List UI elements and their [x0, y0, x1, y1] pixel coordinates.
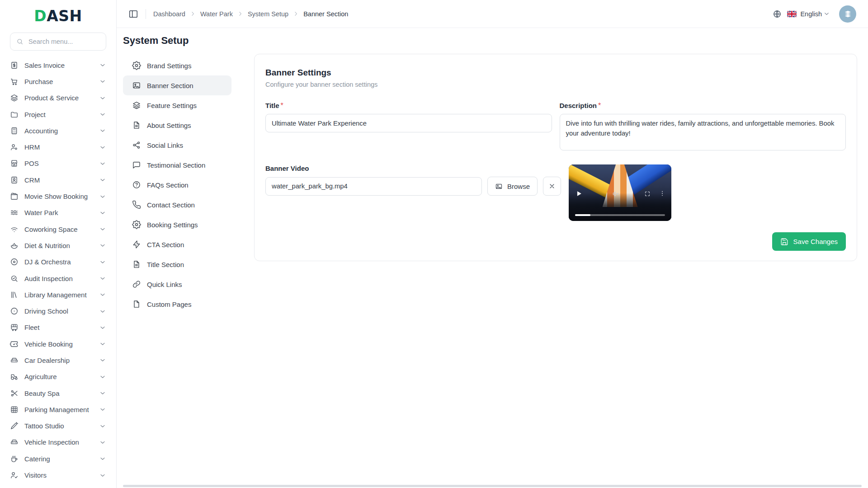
search-input[interactable]	[28, 38, 100, 46]
sidebar-item-vehicle-booking[interactable]: Vehicle Booking	[6, 336, 110, 352]
image-icon	[495, 183, 503, 190]
video-preview[interactable]	[569, 164, 671, 221]
grid-icon	[10, 405, 19, 414]
sidebar-item-purchase[interactable]: Purchase	[6, 73, 110, 89]
browse-button[interactable]: Browse	[487, 177, 538, 196]
panel-subtitle: Configure your banner section settings	[265, 81, 846, 88]
file-text-icon	[132, 260, 141, 269]
sidebar-item-label: Catering	[24, 455, 50, 463]
sidebar-item-parking-management[interactable]: Parking Management	[6, 401, 110, 418]
sidebar-item-sales-invoice[interactable]: Sales Invoice	[6, 57, 110, 73]
users-icon	[10, 143, 19, 151]
subnav-item-label: Contact Section	[147, 201, 195, 209]
subnav-item-label: CTA Section	[147, 241, 184, 249]
chevron-down-icon	[99, 357, 106, 364]
chevron-down-icon	[99, 472, 106, 479]
banner-video-field: Banner Video Browse	[265, 164, 561, 221]
description-textarea[interactable]: Dive into fun with thrilling water rides…	[560, 114, 846, 150]
sidebar-item-media-library[interactable]: Media Library	[6, 483, 110, 488]
subnav-item-cta-section[interactable]: CTA Section	[123, 235, 231, 254]
chevron-right-icon	[292, 10, 299, 17]
breadcrumb-item-system-setup[interactable]: System Setup	[248, 10, 288, 18]
chevron-down-icon	[99, 176, 106, 183]
layers-icon	[132, 101, 141, 110]
sidebar-item-label: HRM	[24, 143, 40, 151]
sidebar-item-vehicle-inspection[interactable]: Vehicle Inspection	[6, 434, 110, 450]
breadcrumb-item-banner-section[interactable]: Banner Section	[303, 10, 348, 18]
globe-icon[interactable]	[773, 9, 782, 19]
sidebar-item-tattoo-studio[interactable]: Tattoo Studio	[6, 418, 110, 434]
sidebar-item-beauty-spa[interactable]: Beauty Spa	[6, 385, 110, 401]
subnav-item-custom-pages[interactable]: Custom Pages	[123, 294, 231, 314]
sidebar-item-catering[interactable]: Catering	[6, 450, 110, 467]
sidebar-item-movie-show-booking[interactable]: Movie Show Booking	[6, 188, 110, 204]
sidebar-item-car-dealership[interactable]: Car Dealership	[6, 352, 110, 368]
file-icon	[132, 300, 141, 309]
more-options-icon[interactable]	[659, 190, 666, 197]
avatar[interactable]	[839, 5, 856, 23]
sidebar-item-dj-orchestra[interactable]: DJ & Orchestra	[6, 254, 110, 270]
sidebar-item-label: Parking Management	[24, 406, 89, 413]
language-selector[interactable]: English	[800, 10, 822, 18]
breadcrumb-item-water-park[interactable]: Water Park	[200, 10, 233, 18]
subnav-item-label: Testimonial Section	[147, 161, 205, 169]
play-icon[interactable]	[575, 190, 583, 197]
sidebar-item-crm[interactable]: CRM	[6, 172, 110, 188]
sidebar-toggle-icon[interactable]	[128, 9, 138, 19]
video-progress-fill	[575, 214, 590, 216]
sidebar-item-label: Product & Service	[24, 94, 79, 102]
sidebar-item-library-management[interactable]: Library Management	[6, 286, 110, 303]
subnav-item-contact-section[interactable]: Contact Section	[123, 195, 231, 215]
subnav-item-quick-links[interactable]: Quick Links	[123, 274, 231, 294]
title-input[interactable]	[265, 114, 552, 132]
description-label: Description	[560, 102, 597, 109]
chevron-down-icon	[99, 160, 106, 167]
chevron-down-icon	[99, 389, 106, 397]
subnav-item-testimonial-section[interactable]: Testimonial Section	[123, 155, 231, 175]
subnav-item-faqs-section[interactable]: FAQs Section	[123, 175, 231, 195]
sidebar-item-coworking-space[interactable]: Coworking Space	[6, 221, 110, 237]
sidebar-item-label: Agriculture	[24, 373, 57, 380]
subnav-item-about-settings[interactable]: About Settings	[123, 115, 231, 135]
subnav-item-banner-section[interactable]: Banner Section	[123, 75, 231, 95]
sidebar-item-project[interactable]: Project	[6, 106, 110, 122]
sidebar-item-driving-school[interactable]: Driving School	[6, 303, 110, 319]
sidebar-item-fleet[interactable]: Fleet	[6, 319, 110, 336]
wifi-icon	[10, 225, 19, 234]
subnav-item-title-section[interactable]: Title Section	[123, 254, 231, 274]
sidebar-item-diet-nutrition[interactable]: Diet & Nutrition	[6, 237, 110, 253]
tractor-icon	[10, 372, 19, 381]
sidebar-item-audit-inspection[interactable]: Audit Inspection	[6, 270, 110, 286]
subnav-item-booking-settings[interactable]: Booking Settings	[123, 215, 231, 235]
fullscreen-icon[interactable]	[644, 191, 651, 197]
sidebar-item-visitors[interactable]: Visitors	[6, 467, 110, 483]
video-progress-bar[interactable]	[575, 214, 665, 216]
breadcrumb-item-dashboard[interactable]: Dashboard	[153, 10, 185, 18]
sidebar-item-agriculture[interactable]: Agriculture	[6, 369, 110, 385]
id-card-icon	[10, 176, 19, 184]
banner-video-input[interactable]	[265, 177, 482, 196]
sidebar-item-accounting[interactable]: Accounting	[6, 122, 110, 139]
save-changes-button[interactable]: Save Changes	[772, 232, 846, 251]
horizontal-scrollbar[interactable]	[123, 485, 862, 487]
chevron-down-icon	[99, 209, 106, 216]
muted-icon[interactable]	[612, 190, 619, 197]
sidebar-item-pos[interactable]: POS	[6, 155, 110, 172]
share-icon	[132, 141, 141, 150]
subnav-item-label: Quick Links	[147, 281, 182, 288]
subnav-item-brand-settings[interactable]: Brand Settings	[123, 56, 231, 75]
sidebar-item-label: Accounting	[24, 127, 58, 135]
subnav-item-label: Feature Settings	[147, 102, 197, 109]
sidebar-item-label: Fleet	[24, 324, 39, 331]
sidebar-item-product-service[interactable]: Product & Service	[6, 90, 110, 106]
app-logo: DASH	[0, 3, 116, 29]
topbar: DashboardWater ParkSystem SetupBanner Se…	[117, 0, 868, 28]
search-icon	[16, 38, 24, 45]
sidebar-item-hrm[interactable]: HRM	[6, 139, 110, 155]
topbar-right: English	[773, 5, 856, 23]
clear-video-button[interactable]	[543, 177, 561, 196]
subnav-item-social-links[interactable]: Social Links	[123, 135, 231, 155]
sidebar-item-water-park[interactable]: Water Park	[6, 205, 110, 221]
sidebar-item-label: Sales Invoice	[24, 61, 65, 69]
subnav-item-feature-settings[interactable]: Feature Settings	[123, 95, 231, 115]
